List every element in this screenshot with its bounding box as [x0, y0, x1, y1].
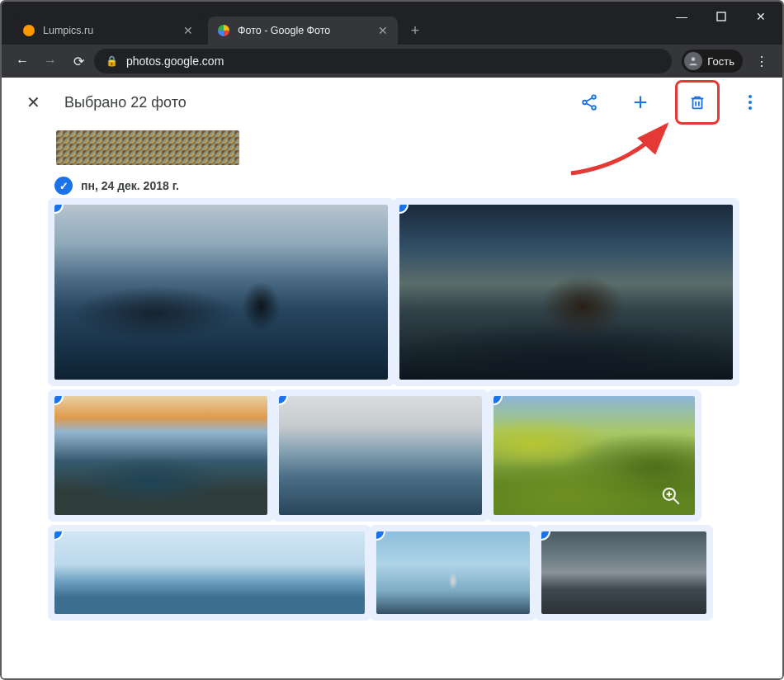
photo-thumbnail[interactable]: ✓	[541, 531, 706, 614]
photo-grid-area: ✓ пн, 24 дек. 2018 г. ✓ ✓ ✓ ✓ ✓	[2, 127, 782, 678]
tab-title: Фото - Google Фото	[238, 25, 371, 36]
share-icon	[580, 93, 598, 111]
window-close-button[interactable]: ✕	[749, 7, 772, 26]
favicon-icon	[218, 25, 229, 36]
photo-image	[541, 531, 706, 614]
photo-image	[54, 396, 267, 515]
trash-icon	[688, 93, 706, 111]
svg-point-2	[592, 95, 596, 99]
section-date-header[interactable]: ✓ пн, 24 дек. 2018 г.	[54, 177, 771, 195]
photo-grid-row-2: ✓ ✓ ✓	[13, 396, 771, 515]
photo-image	[376, 531, 530, 614]
nav-back-button[interactable]: ←	[10, 49, 35, 73]
photo-thumbnail[interactable]: ✓	[494, 396, 695, 515]
photo-thumbnail[interactable]: ✓	[54, 396, 267, 515]
zoom-icon[interactable]	[660, 485, 682, 507]
tab-strip: Lumpics.ru ✕ Фото - Google Фото ✕ +	[2, 12, 782, 45]
window-maximize-button[interactable]	[710, 7, 733, 26]
titlebar	[2, 2, 782, 12]
clear-selection-button[interactable]: ✕	[21, 91, 45, 114]
photo-thumbnail[interactable]: ✓	[399, 205, 733, 380]
omnibox[interactable]: 🔒 photos.google.com	[94, 49, 672, 73]
photo-thumbnail[interactable]: ✓	[376, 531, 530, 614]
tab-title: Lumpics.ru	[43, 25, 177, 36]
address-bar: ← → ⟳ 🔒 photos.google.com Гость ⋮	[2, 45, 782, 78]
photo-thumbnail[interactable]: ✓	[54, 205, 388, 380]
appbar-actions: +	[573, 80, 763, 125]
selection-app-bar: ✕ Выбрано 22 фото +	[2, 78, 782, 127]
photo-thumbnail[interactable]	[56, 130, 239, 165]
maximize-icon	[716, 12, 726, 21]
nav-reload-button[interactable]: ⟳	[66, 49, 91, 73]
favicon-icon	[23, 25, 35, 36]
photo-image	[54, 531, 365, 614]
window-minimize-button[interactable]: —	[670, 7, 693, 26]
new-tab-button[interactable]: +	[403, 18, 427, 43]
tab-close-icon[interactable]: ✕	[378, 24, 388, 37]
svg-line-5	[587, 98, 593, 102]
url-text: photos.google.com	[126, 54, 224, 68]
photo-grid-row-1: ✓ ✓	[13, 205, 771, 380]
photo-thumbnail[interactable]: ✓	[54, 531, 365, 614]
avatar-icon	[684, 52, 702, 70]
svg-point-1	[692, 57, 696, 61]
add-to-button[interactable]: +	[624, 86, 657, 119]
section-date-label: пн, 24 дек. 2018 г.	[81, 179, 179, 192]
tab-lumpics[interactable]: Lumpics.ru ✕	[13, 17, 203, 45]
previous-section-partial	[13, 130, 771, 165]
profile-label: Гость	[707, 55, 734, 68]
photo-grid-row-3: ✓ ✓ ✓	[13, 531, 771, 614]
lock-icon: 🔒	[106, 55, 118, 67]
photo-thumbnail[interactable]: ✓	[279, 396, 482, 515]
svg-point-3	[583, 101, 587, 105]
delete-button[interactable]	[688, 93, 706, 111]
browser-window: — ✕ Lumpics.ru ✕ Фото - Google Фото ✕ + …	[0, 0, 784, 680]
profile-chip[interactable]: Гость	[682, 50, 743, 73]
nav-forward-button[interactable]: →	[38, 49, 63, 73]
photo-image	[399, 205, 733, 380]
section-select-check-icon[interactable]: ✓	[54, 177, 73, 195]
photo-image	[54, 205, 388, 380]
svg-rect-7	[693, 98, 702, 108]
tab-google-photos[interactable]: Фото - Google Фото ✕	[208, 17, 398, 45]
svg-point-4	[592, 106, 596, 110]
svg-rect-0	[717, 12, 725, 21]
browser-menu-button[interactable]: ⋮	[749, 49, 774, 73]
selection-count-text: Выбрано 22 фото	[64, 94, 187, 111]
delete-button-highlight	[675, 80, 720, 125]
more-options-button[interactable]	[738, 95, 763, 110]
window-controls: — ✕	[670, 7, 772, 26]
svg-line-11	[673, 498, 679, 504]
photo-image	[279, 396, 482, 515]
tab-close-icon[interactable]: ✕	[183, 24, 193, 37]
svg-line-6	[587, 103, 593, 106]
share-button[interactable]	[573, 86, 606, 119]
